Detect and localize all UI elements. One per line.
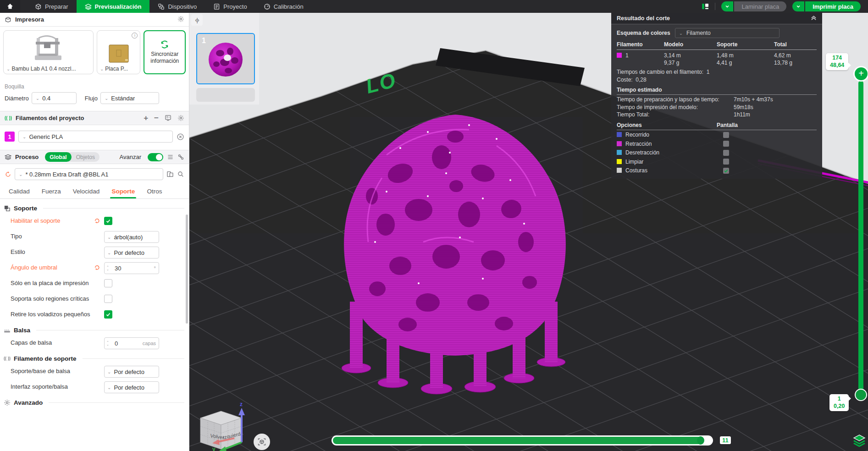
plate-card[interactable]: i ⌄Placa P... [97, 30, 141, 74]
compare-preset-icon[interactable] [166, 170, 174, 178]
tab-others[interactable]: Otros [141, 184, 168, 198]
reset-icon[interactable] [94, 218, 100, 224]
reset-icon[interactable] [94, 264, 100, 270]
remove-filament-button[interactable]: − [154, 114, 159, 123]
option-row: Limpiar [617, 157, 817, 166]
raft-layers-spinner[interactable]: ⌃⌄ 0 capas [104, 337, 159, 349]
unretraction-checkbox[interactable] [723, 150, 729, 156]
sync-ams-icon[interactable] [165, 115, 171, 121]
preview-3d-viewport[interactable]: LO [189, 13, 868, 451]
estimated-time-title: Tiempo estimado [617, 87, 817, 95]
on-buildplate-only-checkbox[interactable] [104, 279, 112, 287]
layers-view-icon[interactable] [852, 434, 866, 449]
printer-settings-gear[interactable] [177, 16, 184, 24]
tab-support[interactable]: Soporte [105, 184, 141, 198]
sync-info-button[interactable]: Sincronizar información [144, 30, 186, 74]
filament-changes-value: 1 [707, 69, 710, 75]
support-base-filament-value: Por defecto [114, 368, 144, 375]
filament-settings-icon[interactable] [177, 133, 184, 141]
filament-changes-label: Tiempos de cambio en el filamento: [617, 69, 703, 75]
print-plate-button[interactable]: Imprimir placa [805, 1, 861, 11]
wipe-checkbox[interactable] [723, 159, 729, 165]
slice-plate-dropdown[interactable] [721, 1, 733, 11]
retraction-checkbox[interactable] [723, 141, 729, 147]
reset-preset-icon[interactable] [5, 171, 11, 178]
seams-label: Costuras [625, 167, 647, 174]
layer-slider-track[interactable] [858, 81, 863, 398]
collapse-sidebar-button[interactable]: ‹|› [191, 14, 203, 26]
info-icon[interactable]: i [132, 33, 138, 38]
support-style-select[interactable]: ⌄ Por defecto [104, 247, 159, 258]
filament-select[interactable]: ⌄ Generic PLA [18, 131, 173, 143]
tab-strength[interactable]: Fuerza [36, 184, 67, 198]
filament-usage-table: Filamento Modelo Soporte Total 1 3,14 m9… [617, 41, 817, 67]
threshold-angle-spinner[interactable]: ⌃⌄ 30 ° [104, 262, 159, 274]
scope-toggle[interactable]: Global Objetos [45, 152, 100, 162]
unretraction-swatch [617, 150, 622, 155]
search-icon[interactable] [177, 170, 184, 178]
gear-icon[interactable] [177, 115, 184, 121]
list-view-icon[interactable] [167, 154, 174, 160]
support-interface-filament-select[interactable]: ⌄ Por defecto [104, 381, 159, 393]
critical-regions-only-checkbox[interactable] [104, 295, 112, 303]
process-preset-select[interactable]: ⌄ * 0.28mm Extra Draft @BBL A1 [15, 168, 163, 180]
tune-icon[interactable] [177, 154, 184, 160]
color-scheme-select[interactable]: ⌄ Filamento [675, 28, 780, 38]
check-icon [724, 168, 729, 173]
unretraction-label: Desretracción [625, 149, 659, 156]
printer-name: Bambu Lab A1 0.4 nozzl... [11, 66, 76, 72]
filament-color-badge[interactable]: 1 [5, 132, 15, 142]
travel-swatch [617, 132, 622, 137]
diameter-select[interactable]: ⌄ 0.4 [32, 92, 77, 104]
time-row: Tiempo de impresión del modelo: 59m18s [617, 104, 817, 110]
wipe-swatch [617, 159, 622, 164]
double-chevron-up-icon [811, 15, 817, 21]
support-base-filament-select[interactable]: ⌄ Por defecto [104, 366, 159, 378]
support-group-icon [4, 205, 11, 212]
travel-checkbox[interactable] [723, 132, 729, 138]
settings-scroll-area[interactable]: Soporte Habilitar el soporte Tipo ⌄ árbo… [0, 199, 189, 450]
slice-plate-button[interactable]: Laminar placa [734, 1, 786, 11]
tab-prepare[interactable]: Preparar [27, 0, 77, 13]
seams-checkbox[interactable] [723, 168, 729, 174]
collapse-panel-button[interactable] [811, 15, 817, 22]
step-slider-track[interactable] [332, 435, 713, 446]
cost-label: Coste: [617, 77, 633, 83]
tab-project[interactable]: Proyecto [205, 0, 255, 13]
bottom-layer-height: 0,20 [834, 402, 845, 410]
scope-global[interactable]: Global [45, 152, 71, 162]
chevron-down-icon: ⌄ [679, 31, 683, 36]
step-slider-handle[interactable] [697, 436, 704, 445]
advanced-group-icon [4, 399, 11, 406]
flow-select[interactable]: ⌄ Estándar [100, 92, 159, 104]
model-time-label: Tiempo de impresión del modelo: [617, 104, 734, 110]
plate-name: Placa P... [105, 66, 128, 72]
advance-toggle[interactable] [148, 153, 163, 161]
tab-preview[interactable]: Previsualización [77, 0, 150, 13]
remove-small-overhangs-checkbox[interactable] [104, 310, 112, 319]
travel-label: Recorrido [625, 132, 649, 138]
layer-slider-plus-button[interactable]: + [853, 66, 868, 82]
home-button[interactable] [0, 0, 20, 13]
tab-device[interactable]: Dispositivo [149, 0, 205, 13]
scope-objects[interactable]: Objetos [72, 152, 100, 162]
support-type-select[interactable]: ⌄ árbol(auto) [104, 231, 159, 243]
spinner-arrows[interactable]: ⌃⌄ [106, 341, 112, 346]
options-header: Opciones [617, 122, 717, 128]
printer-card[interactable]: ⌄Bambu Lab A1 0.4 nozzl... [3, 30, 94, 74]
view-mode-button[interactable] [254, 434, 270, 450]
tab-speed[interactable]: Velocidad [67, 184, 106, 198]
support-group-header: Soporte [4, 205, 184, 212]
add-filament-button[interactable]: + [144, 114, 148, 123]
tab-quality[interactable]: Calidad [3, 184, 36, 198]
spinner-arrows[interactable]: ⌃⌄ [106, 266, 112, 270]
layer-slider-handle[interactable] [855, 389, 867, 401]
sidebar-scrollbar[interactable] [186, 214, 188, 324]
setting-row: Tipo ⌄ árbol(auto) [11, 231, 184, 243]
plate-thumbnail[interactable]: 1 [196, 33, 255, 84]
tab-calibration[interactable]: Calibración [255, 0, 312, 13]
chevron-down-icon: ⌄ [6, 66, 10, 72]
enable-support-checkbox[interactable] [104, 217, 112, 225]
chevron-down-icon [796, 4, 801, 9]
print-plate-dropdown[interactable] [792, 1, 804, 11]
